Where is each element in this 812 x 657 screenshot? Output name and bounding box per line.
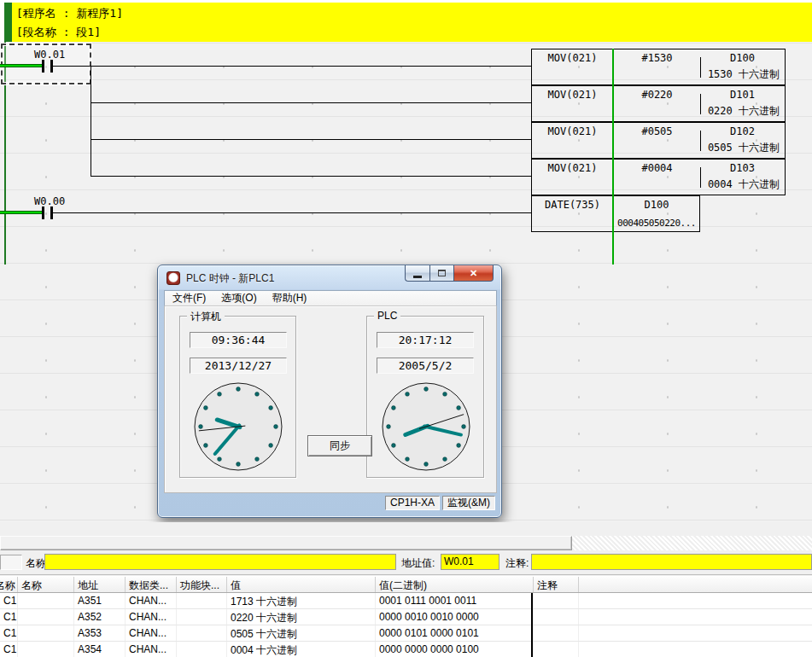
name-input[interactable] xyxy=(44,554,396,570)
instruction-mnemonic: DATE(735) xyxy=(532,196,614,231)
cell-value-binary[interactable]: 0000 0010 0010 0000 xyxy=(376,609,534,625)
cell-comment[interactable] xyxy=(534,642,579,657)
cell-comment[interactable] xyxy=(534,609,579,625)
plc-date-field: 2005/5/2 xyxy=(377,358,474,374)
symbol-bar: 名称: 地址值: W0.01 注释: xyxy=(0,551,812,573)
cell-value[interactable]: 0220 十六进制 xyxy=(227,609,376,625)
cell-functionblock[interactable] xyxy=(177,625,227,641)
instruction-mnemonic: MOV(021) xyxy=(532,160,614,195)
maximize-icon xyxy=(438,270,446,276)
address-input[interactable]: W0.01 xyxy=(441,554,499,570)
program-banner: [程序名 : 新程序1] [段名称 : 段1] xyxy=(12,3,812,42)
menu-options[interactable]: 选项(O) xyxy=(213,290,264,306)
mov-instruction-block[interactable]: MOV(021) #0505D1020505 十六进制 xyxy=(531,122,786,159)
computer-clock-group: 计算机 09:36:44 2013/12/27 xyxy=(179,316,296,478)
cell-datatype[interactable]: CHAN... xyxy=(126,593,177,608)
power-flow-vertical-line xyxy=(612,49,614,265)
col-plc-name[interactable]: 名称 xyxy=(0,579,15,591)
horizontal-scrollbar[interactable] xyxy=(0,536,812,550)
cell-name[interactable] xyxy=(18,625,74,641)
power-flow-segment xyxy=(0,64,42,67)
watch-window: 名称 名称 地址 数据类... 功能块... 值 值(二进制) 注释 C1 A3… xyxy=(0,577,812,657)
cell-value[interactable]: 1713 十六进制 xyxy=(227,593,376,608)
col-address[interactable]: 地址 xyxy=(74,577,126,592)
date-instruction-block[interactable]: DATE(735) D100000405050220... xyxy=(531,195,700,232)
cell-functionblock[interactable] xyxy=(177,642,227,657)
watch-row[interactable]: C1 A352 CHAN... 0220 十六进制 0000 0010 0010… xyxy=(0,609,812,625)
operand-divider xyxy=(700,57,701,78)
operand-destination: D102 xyxy=(700,125,785,137)
minimize-button[interactable] xyxy=(405,265,429,282)
monitor-mode-status: 监视(&M) xyxy=(442,496,495,510)
cell-datatype[interactable]: CHAN... xyxy=(126,609,177,625)
cell-name[interactable] xyxy=(18,593,74,608)
branch-wire-2 xyxy=(91,102,531,103)
computer-analog-clock xyxy=(191,380,285,474)
section-name-line: [段名称 : 段1] xyxy=(16,23,101,41)
plc-time-field: 20:17:12 xyxy=(377,332,474,348)
cell-value-binary[interactable]: 0001 0111 0001 0011 xyxy=(376,593,534,608)
rung-margin-bar xyxy=(4,3,12,42)
clock-app-icon xyxy=(166,271,180,285)
cell-value-binary[interactable]: 0000 0101 0000 0101 xyxy=(376,625,534,641)
instruction-mnemonic: MOV(021) xyxy=(532,49,614,84)
cell-value-binary[interactable]: 0000 0000 0000 0100 xyxy=(376,642,534,657)
cell-datatype[interactable]: CHAN... xyxy=(126,625,177,641)
operand-source: #0220 xyxy=(614,89,700,101)
maximize-button[interactable] xyxy=(429,265,453,282)
plc-programmer-screen: [程序名 : 新程序1] [段名称 : 段1] W0.01 W0.00 MOV(… xyxy=(0,0,812,657)
operand-source: #0004 xyxy=(614,162,700,174)
cell-plc-name[interactable]: C1 xyxy=(0,609,18,625)
watch-row[interactable]: C1 A354 CHAN... 0004 十六进制 0000 0000 0000… xyxy=(0,642,812,657)
cell-plc-name[interactable]: C1 xyxy=(0,593,18,608)
contact-label[interactable]: W0.01 xyxy=(34,49,65,61)
computer-time-field: 09:36:44 xyxy=(190,332,287,348)
cell-value[interactable]: 0004 十六进制 xyxy=(227,642,376,657)
scrollbar-thumb[interactable] xyxy=(0,536,572,550)
cell-datatype[interactable]: CHAN... xyxy=(126,642,177,657)
mov-instruction-block[interactable]: MOV(021) #0004D1030004 十六进制 xyxy=(531,159,786,195)
close-button[interactable]: ✕ xyxy=(453,265,494,282)
cell-address[interactable]: A354 xyxy=(74,642,126,657)
cell-plc-name[interactable]: C1 xyxy=(0,625,18,641)
col-comment[interactable]: 注释 xyxy=(534,577,579,592)
cell-functionblock[interactable] xyxy=(177,609,227,625)
watch-row[interactable]: C1 A353 CHAN... 0505 十六进制 0000 0101 0000… xyxy=(0,625,812,642)
cell-address[interactable]: A352 xyxy=(74,609,126,625)
col-value-binary[interactable]: 值(二进制) xyxy=(376,577,534,592)
operand-divider xyxy=(700,167,701,188)
minimize-icon xyxy=(413,276,422,278)
menu-file[interactable]: 文件(F) xyxy=(165,290,213,306)
cell-address[interactable]: A351 xyxy=(74,593,126,608)
watch-row[interactable]: C1 A351 CHAN... 1713 十六进制 0001 0111 0001… xyxy=(0,593,812,609)
col-datatype[interactable]: 数据类... xyxy=(126,577,177,592)
mov-instruction-block[interactable]: MOV(021) #0220D1010220 十六进制 xyxy=(531,85,786,122)
cell-comment[interactable] xyxy=(534,593,579,608)
mov-instruction-block[interactable]: MOV(021) #1530D1001530 十六进制 xyxy=(531,49,786,85)
plc-type-status: CP1H-XA xyxy=(385,496,440,510)
group-label: PLC xyxy=(374,310,400,322)
col-name[interactable]: 名称 xyxy=(18,577,74,592)
bottom-panel: 名称: 地址值: W0.01 注释: 名称 名称 地址 数据类... 功能块..… xyxy=(0,522,812,657)
cell-value[interactable]: 0505 十六进制 xyxy=(227,625,376,641)
cell-plc-name[interactable]: C1 xyxy=(0,642,18,657)
cell-comment[interactable] xyxy=(534,625,579,641)
cell-name[interactable] xyxy=(18,642,74,657)
group-label: 计算机 xyxy=(187,310,225,324)
col-functionblock[interactable]: 功能块... xyxy=(177,577,227,592)
cell-functionblock[interactable] xyxy=(177,593,227,608)
comment-input[interactable] xyxy=(531,554,812,570)
cell-name[interactable] xyxy=(18,609,74,625)
cell-address[interactable]: A353 xyxy=(74,625,126,641)
program-name-line: [程序名 : 新程序1] xyxy=(16,4,123,22)
dialog-titlebar[interactable]: PLC 时钟 - 新PLC1 ✕ xyxy=(158,265,501,290)
col-value[interactable]: 值 xyxy=(227,577,376,592)
watch-header-row: 名称 名称 地址 数据类... 功能块... 值 值(二进制) 注释 xyxy=(0,577,812,593)
menu-help[interactable]: 帮助(H) xyxy=(265,290,315,306)
contact-label[interactable]: W0.00 xyxy=(34,195,65,207)
monitor-value: 0505 十六进制 xyxy=(708,141,780,155)
sync-button[interactable]: 同步 xyxy=(307,435,372,456)
contact-symbol-left[interactable] xyxy=(42,60,44,73)
contact-symbol-left[interactable] xyxy=(42,206,44,219)
operand-destination: D103 xyxy=(700,162,785,174)
